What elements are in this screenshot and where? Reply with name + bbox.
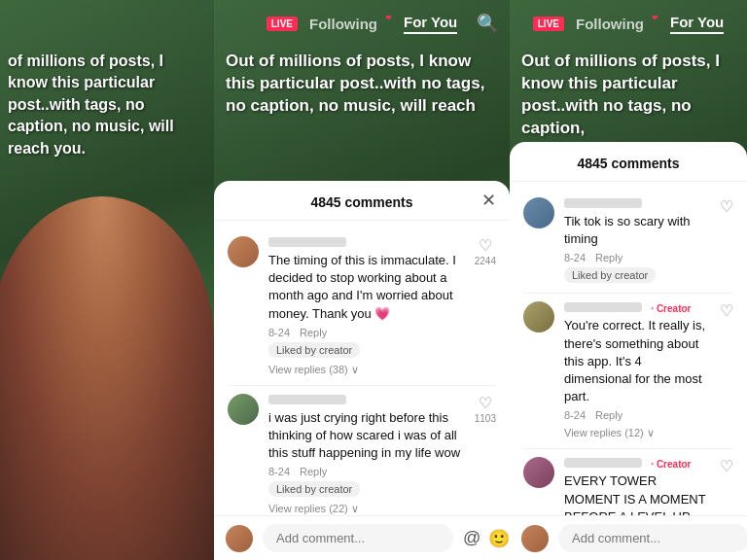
search-icon-mid[interactable]: 🔍 [477,13,498,34]
mid-comment-input-bar: @ 🙂 [214,515,510,560]
left-panel: of millions of posts, I know this partic… [0,0,214,560]
following-tab-mid[interactable]: Following [309,16,377,32]
right-username-bar-3 [564,458,642,468]
mid-comments-header: 4845 comments ✕ [214,181,510,221]
right-username-bar-2 [564,302,642,312]
live-badge-right: LIVE [533,17,564,31]
right-comment-body-2: · Creator You're correct. It really is, … [564,301,710,440]
mid-comment-input[interactable] [263,524,453,552]
right-comment-body-1: Tik tok is so scary with timing 8-24 Rep… [564,197,710,285]
mid-heart-1[interactable]: ♡ [479,236,492,255]
mid-username-1 [268,236,465,250]
right-liked-1: Liked by creator [564,267,656,283]
mid-comments-sheet: 4845 comments ✕ The timing of this is im… [214,181,510,560]
mid-username-2 [268,394,465,407]
emoji-icon-mid[interactable]: 🙂 [488,528,510,549]
right-comment-meta-1: 8-24 Reply [564,252,710,263]
right-panel: LIVE Following ❤ For You Out of millions… [510,0,747,560]
mid-like-count-1: 2244 [475,256,496,266]
right-date-2: 8-24 [564,409,586,421]
right-input-avatar [521,525,549,552]
heart-dot-right: ❤ [652,14,658,22]
right-comment-text-1: Tik tok is so scary with timing [564,213,710,248]
person-silhouette [0,196,214,560]
right-view-replies-text-2[interactable]: View replies (12) ∨ [564,427,655,438]
mid-username-bar-2 [268,395,346,404]
mid-panel: LIVE Following ❤ For You 🔍 Out of millio… [214,0,510,560]
right-comment-body-3: · Creator EVERY TOWER MOMENT IS A MOMENT… [564,457,710,515]
right-date-1: 8-24 [564,252,586,263]
mid-date-1: 8-24 [268,327,290,338]
right-heart-2[interactable]: ♡ [720,301,733,320]
right-avatar-1 [523,197,554,228]
mid-view-replies-1[interactable]: View replies (38) ∨ [268,360,465,377]
mid-video-text: Out of millions of posts, I know this pa… [226,51,498,118]
mid-like-2[interactable]: ♡ 1103 [475,394,496,424]
for-you-tab-right[interactable]: For You [670,14,724,34]
right-comment-input[interactable] [558,524,747,552]
right-comments-header: 4845 comments [510,142,747,182]
right-username-3: · Creator [564,457,710,471]
mid-view-replies-text-1[interactable]: View replies (38) ∨ [268,364,359,375]
right-comments-title: 4845 comments [577,156,679,171]
right-comment-1: Tik tok is so scary with timing 8-24 Rep… [510,190,747,293]
mid-comment-body-2: i was just crying right before this thin… [268,394,465,515]
right-username-1 [564,197,710,211]
mid-comment-2: i was just crying right before this thin… [214,386,510,515]
mid-comment-text-2: i was just crying right before this thin… [268,409,465,463]
mid-top-bar: LIVE Following ❤ For You 🔍 [214,0,510,47]
right-reply-1[interactable]: Reply [595,252,622,263]
right-comments-sheet: 4845 comments Tik tok is so scary with t… [510,142,747,560]
right-comment-2: · Creator You're correct. It really is, … [510,294,747,448]
mid-view-replies-text-2[interactable]: View replies (22) ∨ [268,503,359,514]
at-icon-mid[interactable]: @ [463,528,480,548]
mid-comment-1: The timing of this is immaculate. I deci… [214,228,510,385]
right-avatar-3 [523,457,554,488]
right-comment-text-3: EVERY TOWER MOMENT IS A MOMENT BEFORE A … [564,472,710,515]
right-reply-2[interactable]: Reply [595,409,622,421]
right-comment-input-bar [510,515,747,560]
heart-dot-mid: ❤ [385,14,392,22]
mid-username-bar-1 [268,237,346,247]
right-heart-1[interactable]: ♡ [720,197,733,216]
mid-like-1[interactable]: ♡ 2244 [475,236,496,266]
mid-heart-2[interactable]: ♡ [479,394,492,412]
mid-input-icons: @ 🙂 [463,528,510,549]
mid-comment-meta-2: 8-24 Reply [268,466,465,477]
mid-view-replies-2[interactable]: View replies (22) ∨ [268,499,465,515]
right-video-text: Out of millions of posts, I know this pa… [521,51,735,140]
mid-like-count-2: 1103 [475,413,496,424]
right-like-1[interactable]: ♡ [720,197,733,216]
mid-avatar-2 [228,394,259,425]
left-video-text: of millions of posts, I know this partic… [8,51,206,159]
mid-comments-close[interactable]: ✕ [481,192,496,209]
creator-badge-2: · Creator [651,303,691,314]
live-badge-mid: LIVE [267,17,298,31]
mid-reply-2[interactable]: Reply [300,466,327,477]
right-like-3[interactable]: ♡ [720,457,733,475]
right-username-2: · Creator [564,301,710,315]
right-heart-3[interactable]: ♡ [720,457,733,475]
creator-badge-3: · Creator [651,459,691,470]
mid-comment-meta-1: 8-24 Reply [268,327,465,338]
mid-liked-1: Liked by creator [268,342,360,358]
mid-date-2: 8-24 [268,466,290,477]
mid-input-avatar [226,525,253,552]
right-comments-list: Tik tok is so scary with timing 8-24 Rep… [510,182,747,515]
mid-comment-body-1: The timing of this is immaculate. I deci… [268,236,465,377]
right-top-bar: LIVE Following ❤ For You [510,0,747,47]
mid-reply-1[interactable]: Reply [300,327,327,338]
right-comment-3: · Creator EVERY TOWER MOMENT IS A MOMENT… [510,449,747,515]
right-comment-text-2: You're correct. It really is, there's so… [564,317,710,405]
following-tab-right[interactable]: Following [576,16,644,32]
right-view-replies-2[interactable]: View replies (12) ∨ [564,423,710,440]
mid-liked-2: Liked by creator [268,481,360,497]
right-username-bar-1 [564,198,642,208]
mid-avatar-1 [228,236,259,267]
mid-comments-list: The timing of this is immaculate. I deci… [214,221,510,515]
right-like-2[interactable]: ♡ [720,301,733,320]
for-you-tab-mid[interactable]: For You [404,14,457,34]
right-comment-meta-2: 8-24 Reply [564,409,710,421]
mid-comments-title: 4845 comments [310,194,412,210]
mid-comment-text-1: The timing of this is immaculate. I deci… [268,252,465,323]
